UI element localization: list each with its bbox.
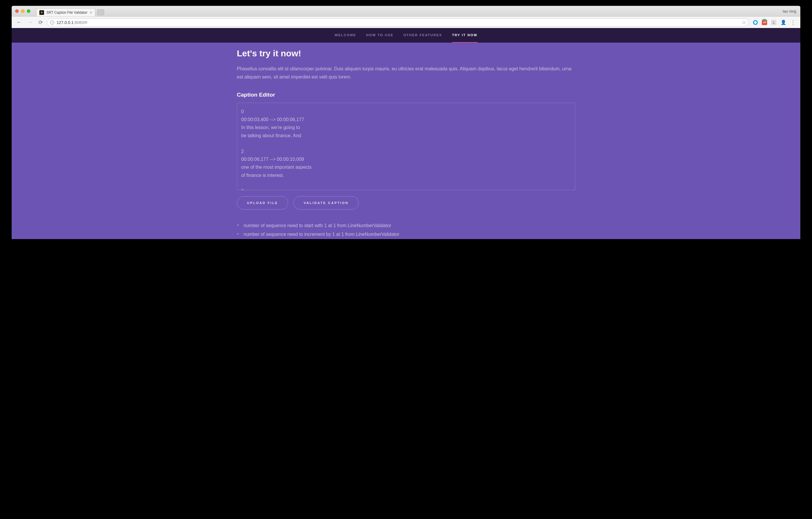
nav-other-features[interactable]: OTHER FEATURES	[403, 28, 442, 43]
validation-message: number of sequence need to increment by …	[243, 230, 399, 239]
site-info-icon[interactable]: i	[50, 21, 54, 25]
extension-off-icon[interactable]: off	[762, 20, 767, 25]
bullet-icon: •	[237, 222, 239, 228]
extension-circle-icon[interactable]	[753, 20, 758, 25]
url-path: :8080/#	[74, 20, 87, 25]
url-host: 127.0.0.1	[57, 20, 74, 25]
tab-title: SRT Caption File Validator	[47, 10, 87, 15]
bookmark-star-icon[interactable]: ☆	[742, 20, 746, 25]
profile-name[interactable]: tao ning	[783, 9, 796, 13]
browser-window: ★ SRT Caption File Validator × tao ning …	[12, 6, 800, 239]
bullet-icon: •	[237, 231, 239, 237]
nav-how-to-use[interactable]: HOW TO USE	[366, 28, 394, 43]
button-row: UPLOAD FILE VALIDATE CAPTION	[237, 196, 575, 210]
maximize-window-button[interactable]	[27, 9, 30, 13]
editor-label: Caption Editor	[237, 92, 575, 98]
page-title: Let's try it now!	[237, 49, 575, 58]
nav-try-it-now[interactable]: TRY IT NOW	[452, 28, 477, 43]
forward-button[interactable]: →	[26, 18, 34, 27]
intro-text: Phasellus convallis elit id ullamcorper …	[237, 65, 575, 81]
reload-button[interactable]: ⟳	[37, 18, 45, 27]
new-tab-button[interactable]	[97, 9, 104, 15]
validate-caption-button[interactable]: VALIDATE CAPTION	[293, 196, 359, 210]
validation-message: number of sequence need to start with 1 …	[243, 221, 392, 230]
extension-l-icon[interactable]: L	[771, 20, 776, 25]
browser-menu-button[interactable]: ⋮	[790, 19, 796, 26]
validation-item: • number of sequence need to increment b…	[237, 230, 575, 239]
favicon-star-icon: ★	[39, 10, 44, 15]
address-bar[interactable]: i 127.0.0.1:8080/# ☆	[47, 18, 749, 27]
content-container: Let's try it now! Phasellus convallis el…	[237, 43, 575, 239]
extension-icons: off L 👤 ⋮	[751, 19, 798, 26]
caption-editor-textarea[interactable]	[237, 103, 575, 190]
close-window-button[interactable]	[15, 9, 19, 13]
browser-tab[interactable]: ★ SRT Caption File Validator ×	[36, 8, 95, 16]
tab-close-button[interactable]: ×	[90, 10, 92, 15]
validation-item: • number of sequence need to start with …	[237, 221, 575, 230]
nav-toolbar: ← → ⟳ i 127.0.0.1:8080/# ☆ off L 👤 ⋮	[12, 16, 800, 28]
back-button[interactable]: ←	[14, 18, 23, 27]
profile-icon[interactable]: 👤	[781, 20, 786, 25]
upload-file-button[interactable]: UPLOAD FILE	[237, 196, 288, 210]
title-bar: ★ SRT Caption File Validator × tao ning	[12, 6, 800, 16]
browser-tabs: ★ SRT Caption File Validator ×	[36, 6, 104, 16]
page-nav: WELCOME HOW TO USE OTHER FEATURES TRY IT…	[12, 28, 800, 43]
page-content: WELCOME HOW TO USE OTHER FEATURES TRY IT…	[12, 28, 800, 239]
traffic-lights	[15, 9, 30, 13]
nav-welcome[interactable]: WELCOME	[335, 28, 356, 43]
minimize-window-button[interactable]	[21, 9, 25, 13]
validation-list: • number of sequence need to start with …	[237, 221, 575, 239]
